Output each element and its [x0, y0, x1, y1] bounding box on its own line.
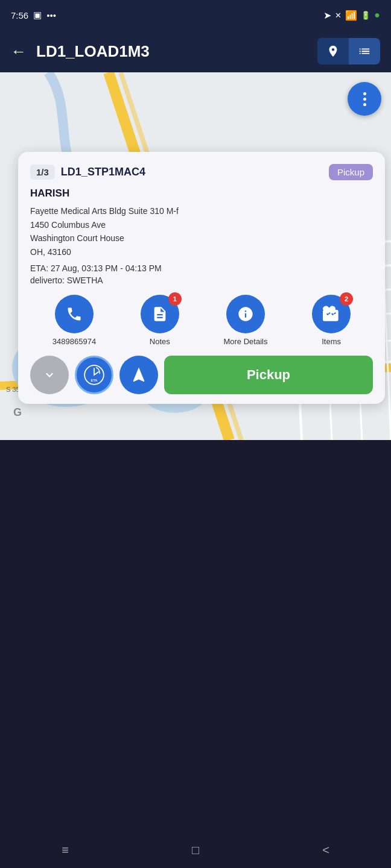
phone-label: 3489865974: [52, 337, 96, 346]
android-nav-bar: ≡ □ <: [0, 832, 391, 868]
card-stop-id: LD1_STP1MAC4: [61, 166, 145, 178]
items-badge: 2: [340, 292, 353, 306]
back-button[interactable]: ←: [11, 42, 27, 61]
eta-text: ETA: 27 Aug, 03:13 PM - 04:13 PM: [30, 263, 373, 273]
bottom-action-row: ETA Pickup: [30, 356, 373, 394]
notes-action[interactable]: 1 Notes: [141, 295, 179, 346]
app-header: ← LD1_LOAD1M3: [0, 30, 391, 72]
items-button[interactable]: 2: [312, 295, 351, 333]
battery-icon: 🔋: [361, 11, 370, 20]
address-block: Fayette Medical Arts Bldg Suite 310 M-f …: [30, 204, 373, 259]
pickup-badge: Pickup: [329, 164, 373, 180]
notes-label: Notes: [150, 337, 170, 346]
location-icon: ➤: [323, 10, 331, 21]
status-bar: 7:56 ▣ ••• ➤ ✕ 📶 🔋 ●: [0, 0, 391, 30]
android-menu-button[interactable]: ≡: [56, 841, 74, 859]
view-toggle: [317, 38, 380, 64]
items-action[interactable]: 2 Items: [312, 295, 351, 346]
page-title: LD1_LOAD1M3: [36, 42, 308, 61]
pickup-button[interactable]: Pickup: [164, 356, 373, 394]
address-line-2: 1450 Columbus Ave: [30, 218, 373, 231]
eta-button[interactable]: ETA: [75, 356, 113, 394]
android-back-button[interactable]: <: [317, 841, 335, 859]
status-left: 7:56 ▣ •••: [11, 10, 56, 20]
phone-button[interactable]: [55, 295, 94, 333]
wifi-icon: 📶: [345, 10, 357, 21]
card-header: 1/3 LD1_STP1MAC4 Pickup: [30, 164, 373, 180]
deliverto-text: deliverto: SWETHA: [30, 275, 373, 285]
phone-action[interactable]: 3489865974: [52, 295, 96, 346]
address-line-1: Fayette Medical Arts Bldg Suite 310 M-f: [30, 204, 373, 218]
svg-text:ETA: ETA: [91, 379, 97, 382]
more-details-label: More Details: [223, 337, 267, 346]
status-right: ➤ ✕ 📶 🔋 ●: [323, 10, 380, 21]
dots-icon: •••: [46, 10, 56, 20]
list-view-button[interactable]: [349, 38, 380, 64]
map-options-button[interactable]: [348, 82, 381, 116]
sim-icon: ▣: [33, 10, 42, 20]
android-home-button[interactable]: □: [186, 841, 205, 859]
action-row: 3489865974 1 Notes More: [30, 295, 373, 346]
map-view-button[interactable]: [317, 38, 349, 64]
navigate-button[interactable]: [119, 356, 158, 394]
battery-dot: ●: [374, 10, 380, 20]
items-label: Items: [322, 337, 341, 346]
stop-card: 1/3 LD1_STP1MAC4 Pickup HARISH Fayette M…: [18, 152, 385, 404]
collapse-button[interactable]: [30, 356, 69, 394]
card-id-row: 1/3 LD1_STP1MAC4: [30, 165, 145, 180]
address-line-3: Washington Court House: [30, 231, 373, 245]
notes-button[interactable]: 1: [141, 295, 179, 333]
notes-badge: 1: [168, 292, 182, 306]
time-display: 7:56: [11, 10, 28, 20]
more-details-button[interactable]: [226, 295, 265, 333]
map-area[interactable]: Paint Creek 41 41 S 35 G + −: [0, 72, 391, 440]
x-signal-icon: ✕: [335, 11, 342, 20]
more-details-action[interactable]: More Details: [223, 295, 267, 346]
customer-name: HARISH: [30, 187, 373, 200]
address-line-4: OH, 43160: [30, 245, 373, 259]
svg-text:G: G: [13, 406, 22, 418]
card-page-indicator: 1/3: [30, 165, 55, 180]
